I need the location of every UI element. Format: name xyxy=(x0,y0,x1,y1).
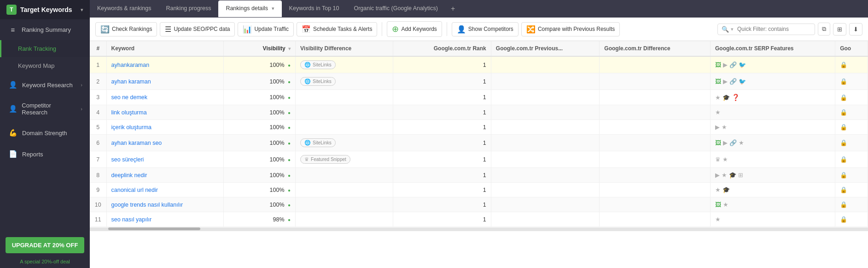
cell-rank: 1 xyxy=(393,56,491,73)
cell-visibility: 100% ● xyxy=(224,183,296,197)
sidebar-item-keyword-research[interactable]: 👤 Keyword Research › xyxy=(0,74,90,95)
lock-icon: 🔒 xyxy=(840,201,847,208)
cell-rank: 1 xyxy=(393,168,491,183)
table-header-row: # Keyword Visibility ▾ Visibility Differ… xyxy=(90,41,868,56)
cell-rank: 1 xyxy=(393,135,491,151)
domain-strength-icon: 💪 xyxy=(9,129,17,137)
update-traffic-button[interactable]: 📊 Update Traffic xyxy=(238,22,293,36)
cell-rank: 1 xyxy=(393,73,491,90)
cell-diff xyxy=(600,151,711,168)
col-visibility[interactable]: Visibility ▾ xyxy=(224,41,296,56)
deal-link[interactable]: 20%-off deal xyxy=(41,259,70,264)
visibility-dot: ● xyxy=(288,63,291,68)
ranking-summary-icon: ≡ xyxy=(9,26,17,34)
scrollbar-thumb[interactable] xyxy=(108,227,200,230)
tab-rankings-details[interactable]: Rankings details ▾ xyxy=(218,0,281,17)
tab-keywords-top10[interactable]: Keywords in Top 10 xyxy=(282,0,347,17)
sidebar-item-reports[interactable]: 📄 Reports xyxy=(0,143,90,165)
sidebar-item-domain-strength[interactable]: 💪 Domain Strength xyxy=(0,122,90,143)
cell-num: 8 xyxy=(90,168,106,183)
cell-diff xyxy=(600,73,711,90)
update-seo-button[interactable]: ☰ Update SEO/PPC data xyxy=(160,22,235,36)
download-button[interactable]: ⬇ xyxy=(849,23,862,36)
tab-organic-traffic[interactable]: Organic traffic (Google Analytics) xyxy=(346,0,445,17)
cell-prev xyxy=(491,197,600,212)
cell-keyword[interactable]: ayhan karaman seo xyxy=(106,135,224,151)
col-diff[interactable]: Google.com.tr Difference xyxy=(600,41,711,56)
cell-keyword[interactable]: seo nasıl yapılır xyxy=(106,212,224,227)
filter-button[interactable]: ⧉ xyxy=(818,23,830,36)
upgrade-button[interactable]: UPGRADE AT 20% OFF xyxy=(6,237,84,253)
cell-keyword[interactable]: google trends nasıl kullanılır xyxy=(106,197,224,212)
cell-extra: 🔒 xyxy=(835,168,868,183)
cell-keyword[interactable]: seo süreçleri xyxy=(106,151,224,168)
add-tab-button[interactable]: + xyxy=(445,0,460,18)
cell-visibility: 100% ● xyxy=(224,135,296,151)
cell-num: 9 xyxy=(90,183,106,197)
main-content: Keywords & rankings Ranking progress Ran… xyxy=(90,0,868,268)
compare-previous-button[interactable]: 🔀 Compare with Previous Results xyxy=(521,22,620,36)
col-extra[interactable]: Goo xyxy=(835,41,868,56)
col-vis-diff[interactable]: Visibility Difference xyxy=(296,41,393,56)
search-icon: 🔍 xyxy=(722,26,729,33)
cell-visibility: 100% ● xyxy=(224,197,296,212)
col-keyword[interactable]: Keyword xyxy=(106,41,224,56)
col-prev[interactable]: Google.com.tr Previous... xyxy=(491,41,600,56)
reports-icon: 📄 xyxy=(9,150,17,158)
cell-extra: 🔒 xyxy=(835,73,868,90)
serp-icons: ★🎓 xyxy=(715,186,830,193)
add-keywords-button[interactable]: ⊕ Add Keywords xyxy=(387,21,442,37)
deal-text: A special 20%-off deal xyxy=(0,257,90,268)
cell-visibility: 100% ● xyxy=(224,168,296,183)
cell-keyword[interactable]: canonical url nedir xyxy=(106,183,224,197)
cell-keyword[interactable]: seo ne demek xyxy=(106,90,224,105)
cell-rank: 1 xyxy=(393,212,491,227)
cell-diff xyxy=(600,135,711,151)
cell-num: 5 xyxy=(90,120,106,135)
table-row: 11 seo nasıl yapılır 98% ● 1 ★ 🔒 xyxy=(90,212,868,227)
sidebar-logo[interactable]: T Target Keywords ▾ xyxy=(0,0,90,19)
tab-dropdown-icon[interactable]: ▾ xyxy=(272,6,274,11)
col-serp[interactable]: Google.com.tr SERP Features xyxy=(711,41,835,56)
serp-icons: 🖼▶🔗🐦 xyxy=(715,61,830,68)
cell-diff xyxy=(600,168,711,183)
search-dropdown[interactable]: ▾ xyxy=(731,26,734,32)
sidebar-item-keyword-map[interactable]: Keyword Map xyxy=(0,57,90,74)
keyword-research-icon: 👤 xyxy=(9,81,17,89)
col-rank[interactable]: Google.com.tr Rank xyxy=(393,41,491,56)
cell-vis-diff xyxy=(296,212,393,227)
tab-ranking-progress[interactable]: Ranking progress xyxy=(158,0,218,17)
schedule-tasks-button[interactable]: 📅 Schedule Tasks & Alerts xyxy=(297,22,378,36)
download-icon: ⬇ xyxy=(853,26,858,33)
cell-keyword[interactable]: içerik oluşturma xyxy=(106,120,224,135)
columns-button[interactable]: ⊞ xyxy=(833,23,846,36)
cell-extra: 🔒 xyxy=(835,212,868,227)
visibility-dot: ● xyxy=(288,217,291,222)
table-row: 5 içerik oluşturma 100% ● 1 ▶★ 🔒 xyxy=(90,120,868,135)
scrollbar-track[interactable] xyxy=(90,227,868,231)
sidebar: T Target Keywords ▾ ≡ Ranking Summary Ra… xyxy=(0,0,90,268)
search-box[interactable]: 🔍 ▾ xyxy=(717,24,815,35)
table-row: 9 canonical url nedir 100% ● 1 ★🎓 🔒 xyxy=(90,183,868,197)
cell-visibility: 100% ● xyxy=(224,105,296,120)
search-input[interactable] xyxy=(737,26,811,32)
sidebar-item-ranking-summary[interactable]: ≡ Ranking Summary xyxy=(0,19,90,40)
cell-keyword[interactable]: ayhankaraman xyxy=(106,56,224,73)
serp-icons: ♛★ xyxy=(715,156,830,163)
filter-icon: ⧉ xyxy=(822,25,826,32)
cell-serp: 🖼▶🔗🐦 xyxy=(711,73,835,90)
cell-keyword[interactable]: link oluşturma xyxy=(106,105,224,120)
cell-prev xyxy=(491,90,600,105)
cell-keyword[interactable]: ayhan karaman xyxy=(106,73,224,90)
cell-keyword[interactable]: deeplink nedir xyxy=(106,168,224,183)
table-row: 10 google trends nasıl kullanılır 100% ●… xyxy=(90,197,868,212)
serp-icons: 🖼★ xyxy=(715,201,830,208)
sidebar-item-competitor-research[interactable]: 👤 Competitor Research › xyxy=(0,95,90,122)
check-rankings-button[interactable]: 🔄 Check Rankings xyxy=(95,22,157,36)
tab-keywords-rankings[interactable]: Keywords & rankings xyxy=(90,0,158,17)
sidebar-item-rank-tracking[interactable]: Rank Tracking xyxy=(0,40,90,57)
update-seo-icon: ☰ xyxy=(165,25,171,34)
show-competitors-button[interactable]: 👤 Show Competitors xyxy=(452,22,518,36)
cell-visibility: 100% ● xyxy=(224,151,296,168)
visibility-dot: ● xyxy=(288,202,291,208)
